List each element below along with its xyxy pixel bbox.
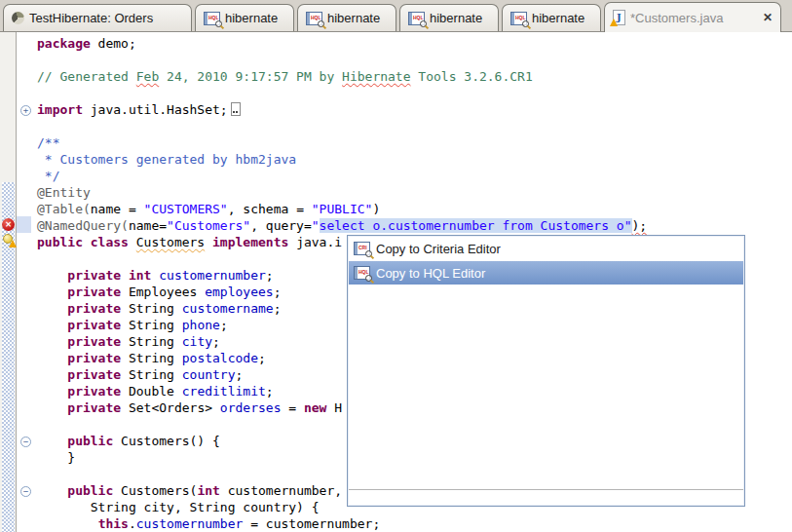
tab-customers-java[interactable]: J *Customers.java ✕ bbox=[604, 2, 781, 32]
hibernate-console-icon bbox=[12, 12, 24, 24]
warning-overlay-icon bbox=[610, 19, 618, 26]
criteria-editor-icon: CRI bbox=[354, 242, 370, 255]
menu-item-copy-to-hql-editor[interactable]: HQL Copy to HQL Editor bbox=[349, 261, 743, 285]
magnifier-icon bbox=[215, 20, 222, 27]
code-line[interactable]: public class Customers implements java.i bbox=[37, 234, 342, 250]
code-line[interactable]: // Generated Feb 24, 2010 9:17:57 PM by … bbox=[37, 68, 533, 85]
code-line[interactable]: import java.util.HashSet; bbox=[37, 101, 241, 118]
copy-query-popup: CRI Copy to Criteria Editor HQL Copy to … bbox=[347, 235, 745, 507]
tab-label: hibernate bbox=[327, 11, 380, 25]
code-line[interactable]: private String phone; bbox=[37, 317, 228, 333]
magnifier-icon bbox=[365, 275, 372, 282]
hql-editor-icon: HQL bbox=[510, 12, 527, 25]
collapsed-region-icon[interactable] bbox=[231, 102, 241, 116]
tab-hibernate-4[interactable]: HQL hibernate bbox=[502, 4, 601, 31]
code-line[interactable]: } bbox=[37, 449, 75, 466]
code-line[interactable]: public Customers(int customernumber, bbox=[37, 482, 342, 499]
editor-tab-bar: TestHibernate: Orders HQL hibernate HQL … bbox=[0, 0, 792, 32]
tab-label: hibernate bbox=[225, 11, 278, 25]
selected-line-range-indicator bbox=[17, 216, 31, 233]
code-line[interactable]: this.customernumber = customernumber; bbox=[37, 515, 380, 532]
code-line[interactable]: private Set<Orders> orderses = new H bbox=[37, 399, 342, 416]
code-line[interactable]: String city, String country) { bbox=[37, 499, 320, 515]
tab-label: TestHibernate: Orders bbox=[29, 11, 153, 25]
hql-editor-icon: HQL bbox=[306, 12, 322, 25]
fold-collapse-icon[interactable]: − bbox=[20, 437, 31, 447]
tab-label: hibernate bbox=[532, 11, 585, 25]
quickfix-bulb-warning-icon[interactable] bbox=[3, 234, 16, 247]
popup-footer bbox=[349, 489, 743, 505]
code-line[interactable]: private String postalcode; bbox=[37, 350, 266, 366]
hql-editor-icon: HQL bbox=[204, 12, 220, 25]
java-file-warning-icon: J bbox=[613, 10, 625, 25]
magnifier-icon bbox=[420, 20, 427, 27]
tab-hibernate-1[interactable]: HQL hibernate bbox=[195, 4, 294, 31]
menu-item-label: Copy to HQL Editor bbox=[376, 266, 485, 281]
magnifier-icon bbox=[365, 250, 372, 257]
fold-expand-icon[interactable]: + bbox=[20, 105, 31, 116]
menu-item-label: Copy to Criteria Editor bbox=[376, 242, 501, 256]
code-line[interactable]: package demo; bbox=[37, 35, 136, 52]
close-icon[interactable]: ✕ bbox=[763, 11, 773, 24]
code-line[interactable]: * Customers generated by hbm2java bbox=[37, 151, 296, 168]
hql-editor-icon: HQL bbox=[408, 12, 425, 25]
annotation-ruler bbox=[0, 32, 17, 532]
tab-label: hibernate bbox=[430, 11, 482, 25]
code-line[interactable]: @NamedQuery(name="Customers", query="sel… bbox=[37, 217, 647, 234]
code-line[interactable]: private int customernumber; bbox=[37, 267, 274, 284]
magnifier-icon bbox=[318, 20, 324, 27]
magnifier-icon bbox=[522, 20, 529, 27]
code-line[interactable]: /** bbox=[37, 134, 59, 151]
code-line[interactable]: private String customername; bbox=[37, 300, 281, 317]
menu-item-copy-to-criteria-editor[interactable]: CRI Copy to Criteria Editor bbox=[349, 237, 743, 260]
code-line[interactable]: private Double creditlimit; bbox=[37, 383, 274, 399]
tab-label: *Customers.java bbox=[630, 11, 723, 25]
code-line[interactable]: @Table(name = "CUSTOMERS", schema = "PUB… bbox=[37, 201, 380, 217]
tab-hibernate-3[interactable]: HQL hibernate bbox=[399, 4, 499, 31]
code-line[interactable]: */ bbox=[37, 168, 59, 184]
tab-hibernate-2[interactable]: HQL hibernate bbox=[297, 4, 396, 31]
error-icon[interactable]: ✕ bbox=[2, 218, 15, 231]
tab-testhibernate-orders[interactable]: TestHibernate: Orders bbox=[3, 4, 192, 31]
hql-editor-icon: HQL bbox=[354, 266, 370, 280]
code-line[interactable]: private String country; bbox=[37, 366, 243, 383]
code-line[interactable]: public Customers() { bbox=[37, 433, 220, 449]
hibernate-tools-editor-window: TestHibernate: Orders HQL hibernate HQL … bbox=[0, 0, 792, 532]
code-line[interactable]: @Entity bbox=[37, 184, 91, 201]
code-line[interactable]: private String city; bbox=[37, 333, 220, 350]
fold-collapse-icon[interactable]: − bbox=[20, 486, 31, 497]
code-line[interactable]: private Employees employees; bbox=[37, 284, 282, 300]
